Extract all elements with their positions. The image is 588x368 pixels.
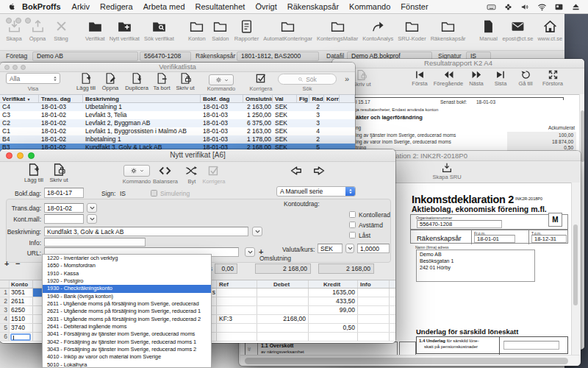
kommando-menu-button[interactable] [209, 74, 234, 85]
remove-row-button[interactable]: − [15, 259, 20, 268]
trans-dag-dropdown-button[interactable] [87, 203, 97, 213]
zoom-window-icon[interactable] [28, 152, 35, 159]
duplicate-verifikat-button[interactable]: Duplicera [122, 72, 151, 91]
visa-filter-select[interactable]: Alla [6, 73, 60, 84]
org-input[interactable]: 556470-1208 [417, 220, 502, 228]
byt-button[interactable] [184, 164, 199, 177]
menu-item[interactable]: Kommando [349, 2, 390, 11]
kontollerad-checkbox[interactable] [349, 211, 356, 218]
first-page-button[interactable]: Första [406, 69, 434, 87]
input-source-icon[interactable] [554, 2, 564, 12]
toolbar-button[interactable]: Konton [186, 19, 208, 42]
simulering-checkbox[interactable] [151, 190, 157, 197]
konto-dropdown-item[interactable]: 2621 - Utgående moms på försäljning inom… [43, 308, 211, 315]
ink2-horizontal-scrollbar[interactable] [240, 355, 579, 366]
menu-app-name[interactable]: BokProffs [22, 2, 61, 11]
toolbar-button[interactable]: Öppna [26, 19, 49, 42]
window-controls[interactable] [6, 152, 35, 159]
menu-item[interactable]: Övrigt [255, 2, 276, 11]
previous-page-button[interactable]: Föregående [432, 69, 465, 87]
menu-item[interactable]: Redigera [100, 2, 133, 11]
url-dropdown-button[interactable] [245, 247, 255, 257]
search-input[interactable]: Sök [278, 74, 337, 85]
toolbar-button[interactable]: SRU-Koder [396, 19, 427, 42]
print-verifikat-button[interactable]: Skriv ut [172, 72, 198, 91]
konto-dropdown-item[interactable]: 1220 - Inventarier och verktyg [43, 255, 211, 262]
minimize-window-icon[interactable] [17, 152, 24, 159]
resultatrapport-titlebar[interactable]: Resultatrapport K2 A4 [332, 59, 584, 68]
toolbar-button[interactable]: Rapporter [233, 19, 260, 42]
toolbar-button[interactable]: AutomatKonteringar [262, 19, 314, 42]
korrigera-button[interactable] [207, 164, 220, 177]
fan-icon[interactable] [503, 2, 513, 12]
close-window-icon[interactable] [4, 65, 10, 70]
kommando-menu-button[interactable] [123, 165, 150, 177]
last-page-button[interactable]: Sista [488, 69, 513, 87]
minimize-window-icon[interactable] [12, 65, 18, 70]
balansera-button[interactable] [157, 164, 173, 177]
konto-dropdown-item[interactable]: 2611 - Utgående moms på försäljning inom… [43, 300, 211, 308]
serie-select[interactable]: A Manuell serie [276, 186, 356, 197]
toolbar-button[interactable]: Manual [478, 19, 500, 42]
eject-icon[interactable] [571, 2, 581, 12]
konto-dropdown-item[interactable]: 3042 - Försäljning av tjänster inom Sver… [43, 339, 211, 346]
add-verifikat-button[interactable]: Lägg till [73, 72, 99, 91]
print-button[interactable]: Skriv ut [44, 163, 74, 183]
kont-mall-dropdown-button[interactable] [87, 214, 97, 224]
konto-dropdown-item[interactable]: 5010 - Lokalhyra [43, 361, 211, 368]
delete-verifikat-button[interactable]: Ta bort [149, 72, 174, 91]
zoom-window-icon[interactable] [21, 65, 26, 70]
konto-dropdown-item[interactable]: 1650 - Momsfordran [43, 262, 211, 269]
menu-item[interactable]: Räkenskapsår [287, 2, 339, 11]
menu-item[interactable]: Arbeta med [143, 2, 185, 11]
beskrivning-dropdown-button[interactable] [252, 227, 262, 236]
keyboard-icon[interactable] [487, 2, 496, 12]
toolbar-button[interactable]: Skapa [3, 19, 25, 42]
apple-menu-icon[interactable] [7, 2, 16, 12]
avstamd-checkbox[interactable] [349, 222, 356, 228]
toolbar-button[interactable]: Räkenskapsår [429, 19, 467, 42]
konto-dropdown-item[interactable]: 1930 - Checkräkningskonto [43, 285, 211, 292]
open-verifikat-button[interactable]: Öppna [97, 72, 123, 91]
konto-dropdown-item[interactable]: 1940 - Bank (övriga konton) [43, 293, 211, 300]
next-page-button[interactable]: Nästa [463, 69, 490, 87]
konto-dropdown-item[interactable]: 4010 - Inköp av varor och material inom … [43, 353, 211, 361]
kurs-input[interactable]: 1,0000 [357, 244, 390, 253]
wifi-icon[interactable] [537, 2, 547, 12]
konto-dropdown-item[interactable]: 3041 - Försäljning av tjänster inom Sver… [43, 330, 211, 338]
toolbar-button[interactable]: KontoAnalys [361, 19, 395, 42]
table-row[interactable]: C4 18-01-03 Utbetalning 1 18-01-03 2 163… [0, 103, 355, 111]
korrigera-button[interactable] [255, 72, 267, 84]
menu-item[interactable]: Resultatenhet [196, 2, 245, 11]
close-window-icon[interactable] [6, 152, 12, 159]
table-row[interactable]: C3 18-01-02 Levfakt 3, Telia 18-01-03 1 … [0, 111, 355, 119]
konto-dropdown-item[interactable]: 2641 - Debiterad ingående moms [43, 323, 211, 330]
last-checkbox[interactable] [349, 232, 356, 238]
toolbar-overflow-chevron[interactable]: » [345, 74, 349, 83]
konto-dropdown-item[interactable]: 2631 - Utgående moms på försäljning inom… [43, 316, 211, 323]
toolbar-button[interactable]: KonteringsMallar [315, 19, 359, 42]
konto-input[interactable] [10, 333, 31, 341]
konto-dropdown-item[interactable]: 1910 - Kassa [43, 270, 211, 277]
table-row[interactable]: B4 18-01-02 Inbetalning 1 18-01-03 1 178… [0, 135, 355, 144]
kont-mall-input[interactable] [44, 214, 84, 224]
toolbar-button[interactable]: Nytt verifikat [108, 19, 141, 42]
from-input[interactable]: 18-01-01 [474, 235, 515, 243]
next-verifikat-button[interactable] [312, 164, 327, 177]
trans-dag-input[interactable]: 18-01-02 [44, 203, 84, 213]
previous-verifikat-button[interactable] [288, 164, 304, 177]
verifikat-table-header[interactable]: Verifikat ▼ Trans. dag Beskrivning Bokf.… [0, 94, 355, 103]
bokf-dag-input[interactable]: 18-01-17 [44, 188, 84, 198]
valuta-dropdown-button[interactable] [345, 244, 354, 253]
volume-icon[interactable] [520, 2, 530, 12]
toolbar-button[interactable]: Verifikat [84, 19, 107, 42]
info-input[interactable] [44, 238, 146, 247]
toolbar-button[interactable]: www.ct.se [536, 19, 564, 42]
f14-input[interactable] [503, 341, 559, 350]
skapa-sru-button[interactable]: Skapa SRU [429, 162, 465, 180]
toolbar-button[interactable]: epost@ct.se [501, 19, 535, 42]
verifikatlista-titlebar[interactable]: Verifikatlista [0, 63, 355, 72]
konto-dropdown-item[interactable]: 3043 - Försäljning av tjänster inom Sver… [43, 346, 211, 353]
table-row[interactable]: C1 18-01-02 Levfakt 1, Byggrossisten i M… [0, 127, 355, 135]
nytt-verifikat-titlebar[interactable]: Nytt verifikat [A6] [0, 149, 395, 162]
